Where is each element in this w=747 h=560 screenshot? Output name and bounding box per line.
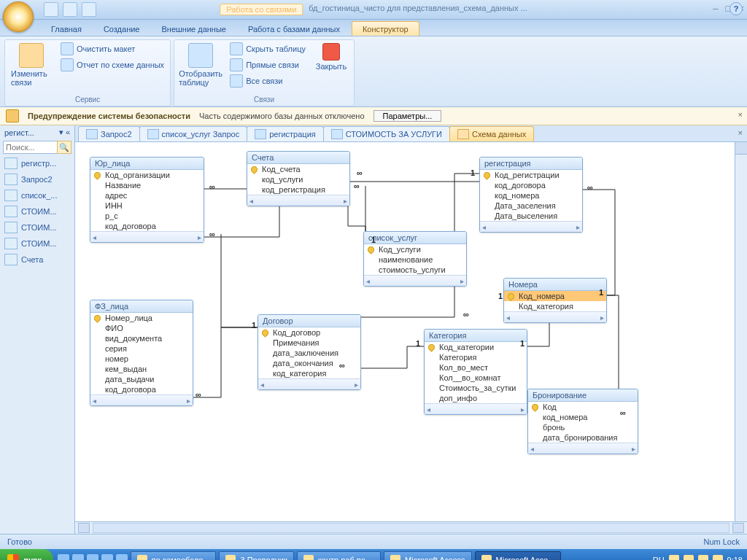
table-scroll[interactable]: ◂▸: [528, 443, 638, 454]
table-scroll[interactable]: ◂▸: [247, 195, 349, 206]
tab-design[interactable]: Конструктор: [352, 21, 419, 36]
nav-category[interactable]: регист...: [4, 128, 34, 137]
table-field[interactable]: дата_бронирования: [528, 432, 638, 443]
table-field[interactable]: Кол__во_комнат: [425, 373, 527, 383]
taskbar-item[interactable]: Microsoft Access: [384, 551, 472, 560]
ql-desktop-icon[interactable]: [72, 554, 84, 560]
doc-tab[interactable]: СТОИМОСТЬ ЗА УСЛУГИ: [323, 126, 450, 141]
ql-more-icon[interactable]: [116, 554, 128, 560]
doc-close-icon[interactable]: ×: [738, 128, 743, 137]
table-field[interactable]: Стоимость_за_сутки: [425, 383, 527, 393]
taskbar-item[interactable]: по самообсле...: [131, 551, 217, 560]
vertical-scrollbar[interactable]: [735, 142, 747, 521]
table-field[interactable]: Дата_заселения: [480, 201, 582, 211]
nav-item[interactable]: СТОИМ...: [0, 219, 74, 236]
tray-icon[interactable]: [713, 555, 723, 560]
tray-icon[interactable]: [698, 555, 708, 560]
table-field[interactable]: Код_категория: [504, 301, 606, 311]
table-field[interactable]: код_услуги: [247, 174, 349, 184]
nav-collapse-icon[interactable]: «: [66, 128, 70, 137]
nav-item[interactable]: СТОИМ...: [0, 236, 74, 252]
table-field[interactable]: Код_услуги: [364, 244, 466, 254]
doc-tab[interactable]: Запрос2: [78, 126, 140, 141]
doc-tab[interactable]: регистрация: [247, 126, 324, 141]
nav-item[interactable]: Счета: [0, 252, 74, 268]
table-field[interactable]: Категория: [425, 352, 527, 362]
table-field[interactable]: дата_заключения: [258, 348, 360, 358]
table-field[interactable]: бронь: [528, 422, 638, 432]
table-field[interactable]: код_договора: [90, 221, 204, 231]
edit-relationships-button[interactable]: Изменить связи: [9, 42, 53, 88]
nav-item[interactable]: СТОИМ...: [0, 203, 74, 219]
search-icon[interactable]: 🔍: [57, 141, 71, 154]
close-design-button[interactable]: Закрыть: [313, 42, 349, 72]
table-scroll[interactable]: ◂▸: [504, 311, 606, 322]
table-yur-litsa[interactable]: Юр_лицаКод_организацииНазваниеадресИННр_…: [90, 157, 204, 243]
table-field[interactable]: адрес: [90, 190, 204, 201]
minimize-icon[interactable]: –: [713, 3, 718, 14]
table-nomera[interactable]: НомераКод_номераКод_категория◂▸: [503, 278, 607, 323]
help-icon[interactable]: ?: [729, 2, 743, 15]
table-scheta[interactable]: СчетаКод_счетакод_услугикод_регистрация◂…: [247, 151, 350, 206]
table-field[interactable]: Примечания: [258, 338, 360, 348]
tray-clock[interactable]: 9:18: [727, 556, 743, 560]
table-field[interactable]: код_договора: [90, 384, 193, 394]
table-field[interactable]: кем_выдан: [90, 364, 193, 374]
table-field[interactable]: код_номера: [480, 190, 582, 201]
office-button[interactable]: [3, 1, 34, 32]
table-field[interactable]: Код_счета: [247, 164, 349, 174]
table-field[interactable]: доп_инфо: [425, 393, 527, 403]
table-field[interactable]: Код_номера: [504, 291, 606, 301]
nav-item[interactable]: список_...: [0, 187, 74, 203]
taskbar-item[interactable]: Microsoft Acce...: [475, 551, 562, 560]
table-field[interactable]: вид_документа: [90, 333, 193, 343]
nav-item[interactable]: регистр...: [0, 155, 74, 171]
nav-search-input[interactable]: [3, 141, 57, 154]
table-field[interactable]: ИНН: [90, 201, 204, 211]
table-kategoriya[interactable]: КатегорияКод_категорииКатегорияКол_во_ме…: [424, 329, 527, 415]
qat-save-icon[interactable]: [44, 2, 58, 17]
tray-icon[interactable]: [684, 555, 694, 560]
table-field[interactable]: Номер_лица: [90, 313, 193, 323]
table-field[interactable]: р_с: [90, 211, 204, 221]
tray-lang[interactable]: RU: [653, 556, 665, 560]
table-field[interactable]: код_договора: [480, 180, 582, 190]
tab-create[interactable]: Создание: [93, 22, 150, 36]
ql-firefox-icon[interactable]: [87, 554, 98, 560]
table-field[interactable]: дата_выдачи: [90, 374, 193, 384]
show-table-button[interactable]: Отобразить таблицу: [179, 42, 222, 88]
table-scroll[interactable]: ◂▸: [480, 221, 582, 232]
table-bronirovanie[interactable]: БронированиеКодкод_номераброньдата_брони…: [527, 389, 638, 454]
table-field[interactable]: Кол_во_мест: [425, 362, 527, 373]
table-field[interactable]: код_регистрация: [247, 184, 349, 195]
table-field[interactable]: наименование: [364, 254, 466, 265]
qat-undo-icon[interactable]: [63, 2, 77, 17]
qat-redo-icon[interactable]: [82, 2, 96, 17]
doc-tab[interactable]: список_услуг Запрос: [139, 126, 248, 141]
hide-table-button[interactable]: Скрыть таблицу: [228, 42, 307, 56]
table-scroll[interactable]: ◂▸: [90, 231, 204, 242]
table-spisok-uslug[interactable]: список_услугКод_услугинаименованиестоимо…: [363, 231, 467, 287]
table-fz-litsa[interactable]: ФЗ_лицаНомер_лицаФИОвид_документасерияно…: [90, 300, 193, 406]
table-field[interactable]: Код_договор: [258, 327, 360, 338]
table-field[interactable]: стоимость_услуги: [364, 265, 466, 275]
security-options-button[interactable]: Параметры...: [374, 110, 442, 122]
start-button[interactable]: пуск: [0, 549, 53, 560]
nav-dropdown-icon[interactable]: ▾: [59, 128, 63, 137]
tab-external-data[interactable]: Внешние данные: [152, 22, 236, 36]
nav-item[interactable]: Запрос2: [0, 171, 74, 187]
table-scroll[interactable]: ◂▸: [90, 394, 193, 405]
table-scroll[interactable]: ◂▸: [258, 378, 360, 389]
table-scroll[interactable]: ◂▸: [364, 275, 466, 286]
direct-relationships-button[interactable]: Прямые связи: [228, 58, 307, 72]
table-field[interactable]: ФИО: [90, 323, 193, 333]
tab-database-tools[interactable]: Работа с базами данных: [238, 22, 350, 36]
taskbar-item[interactable]: 3 Проводник: [219, 551, 293, 560]
table-field[interactable]: серия: [90, 343, 193, 354]
security-close-icon[interactable]: ×: [738, 110, 743, 119]
tray-icon[interactable]: [669, 555, 679, 560]
table-field[interactable]: Название: [90, 180, 204, 190]
table-field[interactable]: Дата_выселения: [480, 211, 582, 221]
taskbar-item[interactable]: контр.раб по ...: [297, 551, 381, 560]
table-field[interactable]: Код_категории: [425, 342, 527, 352]
